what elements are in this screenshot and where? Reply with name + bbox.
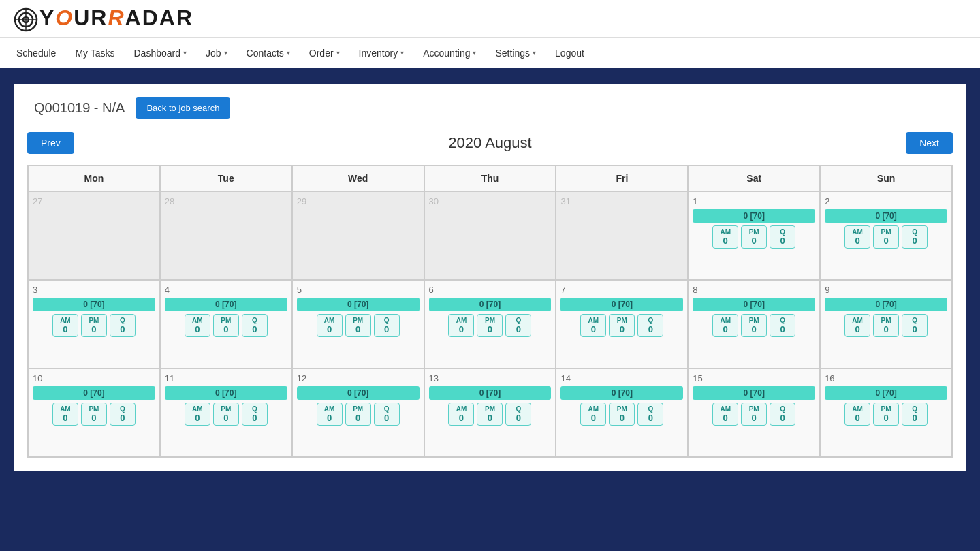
slot-am[interactable]: AM0 [712, 403, 738, 426]
slot-q[interactable]: Q0 [374, 403, 400, 426]
slot-am[interactable]: AM0 [52, 403, 78, 426]
nav-job[interactable]: Job ▾ [196, 38, 237, 68]
cal-cell-12: 12 0 [70] AM0 PM0 Q0 [293, 369, 425, 458]
availability-bar[interactable]: 0 [70] [560, 386, 683, 400]
slots-row: AM0 PM0 Q0 [33, 314, 155, 337]
slot-pm[interactable]: PM0 [81, 403, 107, 426]
slot-am[interactable]: AM0 [52, 314, 78, 337]
slot-pm[interactable]: PM0 [213, 403, 239, 426]
slot-am[interactable]: AM0 [844, 403, 870, 426]
calendar-grid: Mon Tue Wed Thu Fri Sat Sun 27 28 [27, 165, 953, 458]
nav-inventory[interactable]: Inventory ▾ [349, 38, 414, 68]
prev-button[interactable]: Prev [27, 132, 74, 154]
availability-bar[interactable]: 0 [70] [693, 298, 815, 311]
slot-pm[interactable]: PM0 [609, 314, 635, 337]
slot-pm[interactable]: PM 0 [741, 225, 767, 249]
slot-am[interactable]: AM0 [580, 314, 606, 337]
slot-pm[interactable]: PM 0 [873, 225, 899, 249]
slot-pm[interactable]: PM0 [873, 314, 899, 337]
slot-pm[interactable]: PM0 [345, 314, 371, 337]
availability-bar[interactable]: 0 [70] [297, 386, 420, 400]
nav-dashboard[interactable]: Dashboard ▾ [124, 38, 196, 68]
nav-order[interactable]: Order ▾ [300, 38, 349, 68]
nav-contacts[interactable]: Contacts ▾ [237, 38, 300, 68]
slot-am[interactable]: AM0 [185, 403, 210, 426]
slots-row: AM0 PM0 Q0 [693, 314, 815, 337]
slot-pm[interactable]: PM0 [213, 314, 239, 337]
slot-q[interactable]: Q0 [770, 403, 795, 426]
slot-am[interactable]: AM0 [317, 403, 343, 426]
availability-bar[interactable]: 0 [70] [165, 298, 287, 311]
slot-pm[interactable]: PM0 [741, 314, 767, 337]
slot-am[interactable]: AM 0 [712, 225, 738, 249]
slot-am[interactable]: AM0 [712, 314, 738, 337]
chevron-down-icon: ▾ [183, 49, 187, 57]
availability-bar[interactable]: 0 [70] [429, 386, 552, 400]
slots-row: AM 0 PM 0 Q 0 [825, 225, 947, 249]
back-to-job-search-button[interactable]: Back to job search [136, 97, 230, 119]
cal-cell-8: 8 0 [70] AM0 PM0 Q0 [689, 281, 821, 369]
slot-q[interactable]: Q0 [505, 314, 531, 337]
availability-bar[interactable]: 0 [70] [825, 298, 947, 311]
availability-bar[interactable]: 0 [70] [560, 298, 683, 311]
slot-am[interactable]: AM0 [185, 314, 210, 337]
slot-am[interactable]: AM0 [448, 403, 474, 426]
cal-cell-14: 14 0 [70] AM0 PM0 Q0 [556, 369, 689, 458]
cal-cell-29: 29 [293, 192, 425, 281]
cal-cell-31: 31 [556, 192, 689, 281]
slot-pm[interactable]: PM0 [477, 314, 503, 337]
nav-mytasks[interactable]: My Tasks [65, 38, 124, 68]
nav-schedule[interactable]: Schedule [7, 38, 65, 68]
slot-am[interactable]: AM0 [448, 314, 474, 337]
slot-q[interactable]: Q0 [637, 314, 663, 337]
slots-row: AM0 PM0 Q0 [560, 314, 683, 337]
logo-bar: YOURRADAR [0, 0, 980, 38]
slot-q[interactable]: Q0 [110, 403, 136, 426]
cal-cell-13: 13 0 [70] AM0 PM0 Q0 [425, 369, 557, 458]
slot-q[interactable]: Q0 [242, 403, 268, 426]
slot-pm[interactable]: PM0 [81, 314, 107, 337]
next-button[interactable]: Next [906, 132, 953, 154]
availability-bar[interactable]: 0 [70] [693, 386, 815, 400]
cal-cell-1: 1 0 [70] AM 0 PM 0 Q 0 [689, 192, 821, 281]
slot-am[interactable]: AM 0 [844, 225, 870, 249]
availability-bar[interactable]: 0 [70] [33, 386, 155, 400]
slot-q[interactable]: Q0 [242, 314, 268, 337]
slot-q[interactable]: Q0 [374, 314, 400, 337]
availability-bar[interactable]: 0 [70] [825, 209, 947, 223]
slot-q[interactable]: Q0 [110, 314, 136, 337]
day-number: 7 [560, 285, 683, 295]
day-number: 8 [693, 285, 815, 295]
cal-cell-5: 5 0 [70] AM0 PM0 Q0 [293, 281, 425, 369]
availability-bar[interactable]: 0 [70] [297, 298, 420, 311]
slot-am[interactable]: AM0 [844, 314, 870, 337]
availability-bar[interactable]: 0 [70] [165, 386, 287, 400]
slot-q[interactable]: Q 0 [770, 225, 795, 249]
slot-q[interactable]: Q0 [902, 403, 928, 426]
nav-settings[interactable]: Settings ▾ [486, 38, 546, 68]
slot-pm[interactable]: PM0 [609, 403, 635, 426]
slot-pm[interactable]: PM0 [741, 403, 767, 426]
calendar-title: 2020 August [74, 134, 906, 152]
availability-bar[interactable]: 0 [70] [825, 386, 947, 400]
slots-row: AM0 PM0 Q0 [429, 314, 552, 337]
slot-pm[interactable]: PM0 [873, 403, 899, 426]
slots-row: AM0 PM0 Q0 [297, 314, 420, 337]
slot-q[interactable]: Q0 [902, 314, 928, 337]
slot-pm[interactable]: PM0 [345, 403, 371, 426]
availability-bar[interactable]: 0 [70] [33, 298, 155, 311]
slot-am[interactable]: AM0 [317, 314, 343, 337]
slot-q[interactable]: Q0 [637, 403, 663, 426]
nav-logout[interactable]: Logout [546, 38, 594, 68]
slot-q[interactable]: Q0 [770, 314, 795, 337]
slot-am[interactable]: AM0 [580, 403, 606, 426]
cal-cell-27: 27 [29, 192, 161, 281]
cal-cell-7: 7 0 [70] AM0 PM0 Q0 [556, 281, 689, 369]
nav-accounting[interactable]: Accounting ▾ [413, 38, 486, 68]
slot-q[interactable]: Q0 [505, 403, 531, 426]
slots-row: AM0 PM0 Q0 [165, 403, 287, 426]
availability-bar[interactable]: 0 [70] [693, 209, 815, 223]
slot-pm[interactable]: PM0 [477, 403, 503, 426]
availability-bar[interactable]: 0 [70] [429, 298, 552, 311]
slot-q[interactable]: Q 0 [902, 225, 928, 249]
